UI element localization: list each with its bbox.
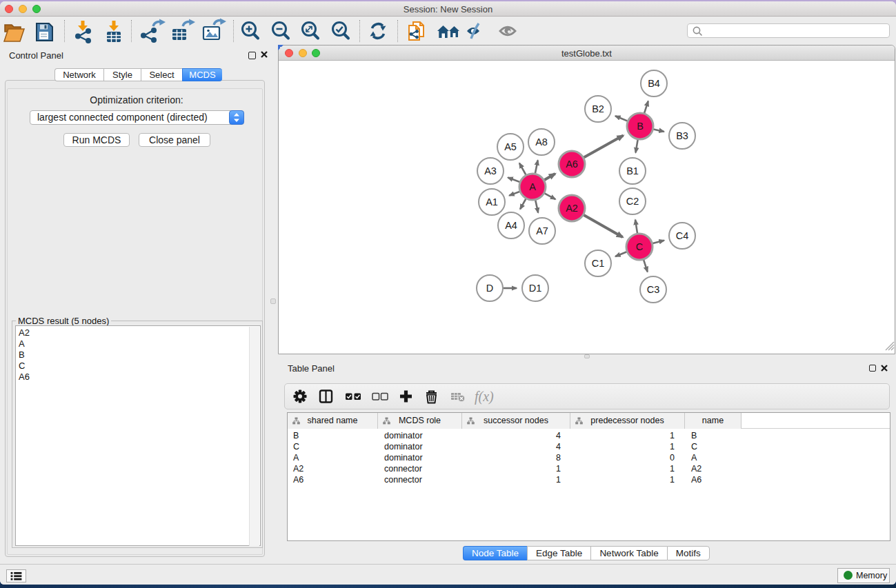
svg-text:C4: C4 xyxy=(676,230,689,241)
svg-text:A8: A8 xyxy=(535,136,548,148)
svg-text:C1: C1 xyxy=(592,258,605,269)
svg-text:B4: B4 xyxy=(648,78,660,89)
svg-text:B1: B1 xyxy=(626,165,639,176)
svg-text:A3: A3 xyxy=(484,165,497,176)
svg-text:B3: B3 xyxy=(676,130,688,141)
svg-text:A4: A4 xyxy=(505,220,517,231)
svg-text:A1: A1 xyxy=(486,196,498,207)
svg-text:A6: A6 xyxy=(566,159,578,170)
svg-text:C3: C3 xyxy=(647,284,660,295)
svg-text:A5: A5 xyxy=(504,141,517,152)
svg-text:A: A xyxy=(529,181,536,192)
svg-text:D1: D1 xyxy=(529,283,542,294)
svg-text:B2: B2 xyxy=(592,103,604,114)
svg-text:A7: A7 xyxy=(536,225,548,236)
svg-text:D: D xyxy=(486,283,493,294)
svg-text:A2: A2 xyxy=(566,203,578,214)
svg-text:C2: C2 xyxy=(626,196,639,207)
svg-text:B: B xyxy=(637,121,644,132)
svg-text:C: C xyxy=(636,241,643,252)
svg-text:f(x): f(x) xyxy=(475,389,494,405)
